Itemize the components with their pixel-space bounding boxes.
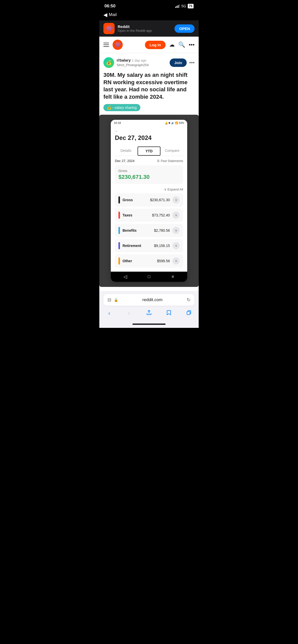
- browser-back-button[interactable]: ‹: [104, 310, 115, 317]
- reddit-logo[interactable]: 👾: [113, 40, 123, 50]
- phone-status-right: 🔔 ✱ 🔊 📶 63%: [165, 122, 184, 124]
- search-icon[interactable]: 🔍: [178, 41, 185, 48]
- line-item-dot-gross: [118, 196, 120, 203]
- lock-icon: 🔒: [114, 298, 118, 302]
- tab-compare[interactable]: Compare: [161, 147, 183, 156]
- browser-bottom-nav: ‹ ›: [99, 308, 199, 322]
- hamburger-menu-button[interactable]: [103, 43, 109, 47]
- nav-back-icon[interactable]: ◁: [123, 274, 128, 279]
- status-bar-right: 5G 73: [175, 4, 194, 8]
- post-time: 1 day ago: [132, 58, 146, 62]
- reddit-app-icon: 👾: [103, 23, 115, 34]
- past-statements-link[interactable]: 🗓 Past Statements: [157, 159, 183, 163]
- tab-details[interactable]: Details: [115, 147, 137, 156]
- browser-forward-button[interactable]: ›: [124, 310, 135, 317]
- line-item-label-other: Other: [123, 259, 154, 263]
- flair-text: 💰 - salary sharing: [107, 106, 137, 110]
- chevron-down-icon-benefits[interactable]: ∨: [172, 227, 180, 234]
- line-item-amount-other: $599.56: [157, 259, 170, 263]
- app-subtitle: Open in the Reddit app: [118, 29, 171, 33]
- home-bar: [132, 324, 166, 325]
- line-item-label-retirement: Retirement: [123, 244, 152, 248]
- refresh-icon[interactable]: ↻: [187, 297, 191, 303]
- gross-label: Gross: [118, 169, 180, 173]
- post-meta: 💰 r/Salary 1 day ago Strict_Photograph25…: [103, 57, 195, 68]
- ytd-date-label: Dec 27, 2024: [115, 159, 134, 163]
- phone-status-bar: 10:18 🔔 ✱ 🔊 📶 63%: [111, 120, 187, 126]
- share-button[interactable]: [143, 310, 155, 317]
- phone-time: 10:18: [114, 121, 121, 124]
- post-author[interactable]: Strict_Photograph254: [117, 63, 149, 67]
- subreddit-avatar: 💰: [103, 57, 114, 68]
- subreddit-name[interactable]: r/Salary: [117, 58, 131, 62]
- tabs-button[interactable]: [183, 310, 194, 317]
- post-title: 30M. My salary as an night shift RN work…: [103, 71, 195, 100]
- ytd-date-row: Dec 27, 2024 🗓 Past Statements: [115, 159, 183, 163]
- phone-content: ← Dec 27, 2024 Details YTD Compare Dec 2…: [111, 126, 187, 272]
- pay-back-arrow[interactable]: ←: [115, 129, 183, 133]
- status-time: 06:50: [104, 4, 115, 9]
- line-item-dot-other: [118, 257, 120, 265]
- browser-address-bar: ⊟ 🔒 reddit.com ↻: [103, 294, 195, 306]
- line-item: Benefits $2,780.56 ∨: [115, 224, 183, 237]
- pay-header: ← Dec 27, 2024: [115, 126, 183, 147]
- line-item-dot-retirement: [118, 242, 120, 249]
- line-item-amount-retirement: $9,156.15: [154, 244, 170, 248]
- line-item: Taxes $73,752.40 ∨: [115, 209, 183, 222]
- post-flair: 💰 - salary sharing: [103, 104, 140, 111]
- join-button[interactable]: Join: [170, 58, 187, 67]
- app-info: Reddit Open in the Reddit app: [118, 24, 171, 33]
- line-item-label-gross: Gross: [123, 198, 147, 202]
- snoo-icon: 👾: [105, 25, 113, 33]
- line-item: Retirement $9,156.15 ∨: [115, 239, 183, 252]
- reddit-header: 👾 Log In ☁ 🔍 •••: [99, 37, 199, 53]
- line-item-label-benefits: Benefits: [123, 228, 152, 232]
- bookmarks-button[interactable]: [163, 310, 174, 317]
- battery-indicator: 73: [188, 4, 194, 8]
- back-arrow-icon: ◀: [103, 12, 107, 18]
- nav-home-icon[interactable]: □: [146, 274, 152, 279]
- status-bar: 06:50 5G 73: [99, 0, 199, 11]
- chevron-down-icon-other[interactable]: ∨: [172, 257, 180, 265]
- app-banner: 👾 Reddit Open in the Reddit app OPEN: [99, 20, 199, 37]
- line-item-dot-benefits: [118, 227, 120, 234]
- home-indicator: [99, 322, 199, 328]
- expand-all-button[interactable]: ∨ Expand All: [115, 186, 183, 193]
- phone-nav-bar: ◁ □ ≡: [111, 272, 187, 282]
- svg-rect-0: [187, 312, 190, 315]
- cloud-icon[interactable]: ☁: [169, 41, 175, 48]
- signal-bars-icon: [175, 4, 180, 8]
- chevron-down-icon-taxes[interactable]: ∨: [172, 212, 180, 219]
- back-navigation[interactable]: ◀ Mail: [99, 11, 199, 20]
- url-text[interactable]: reddit.com: [121, 297, 184, 302]
- line-item-label-taxes: Taxes: [123, 213, 150, 217]
- app-name: Reddit: [118, 24, 171, 29]
- pay-tabs: Details YTD Compare: [115, 147, 183, 156]
- post-meta-info: r/Salary 1 day ago Strict_Photograph254: [117, 58, 167, 67]
- chevron-down-icon-retirement[interactable]: ∨: [172, 242, 180, 249]
- reddit-snoo-icon: 👾: [114, 41, 121, 48]
- open-app-button[interactable]: OPEN: [174, 24, 195, 33]
- line-item-amount-benefits: $2,780.56: [154, 228, 170, 232]
- network-type: 5G: [181, 4, 186, 8]
- login-button[interactable]: Log In: [145, 41, 166, 49]
- pay-date: Dec 27, 2024: [115, 134, 183, 141]
- nav-recents-icon[interactable]: ≡: [170, 274, 175, 279]
- reader-view-icon[interactable]: ⊟: [107, 297, 111, 303]
- line-item-amount-gross: $230,671.30: [150, 198, 170, 202]
- browser-bar-container: ⊟ 🔒 reddit.com ↻: [99, 291, 199, 308]
- pay-stub-screenshot: 10:18 🔔 ✱ 🔊 📶 63% ← Dec 27, 2024 Details…: [99, 115, 199, 287]
- chevron-down-icon-gross[interactable]: ∨: [172, 196, 180, 203]
- line-item-amount-taxes: $73,752.40: [152, 213, 170, 217]
- line-items: Gross $230,671.30 ∨ Taxes $73,752.40 ∨ B…: [115, 193, 183, 268]
- gross-card: Gross $230,671.30: [115, 165, 183, 184]
- back-label: Mail: [109, 12, 117, 17]
- phone-inner: 10:18 🔔 ✱ 🔊 📶 63% ← Dec 27, 2024 Details…: [111, 120, 187, 282]
- post-container: 💰 r/Salary 1 day ago Strict_Photograph25…: [99, 53, 199, 291]
- gross-amount: $230,671.30: [118, 174, 180, 180]
- tab-ytd[interactable]: YTD: [138, 147, 161, 156]
- post-more-icon[interactable]: •••: [189, 60, 195, 66]
- more-options-icon[interactable]: •••: [189, 41, 195, 48]
- line-item: Other $599.56 ∨: [115, 254, 183, 268]
- line-item-dot-taxes: [118, 212, 120, 219]
